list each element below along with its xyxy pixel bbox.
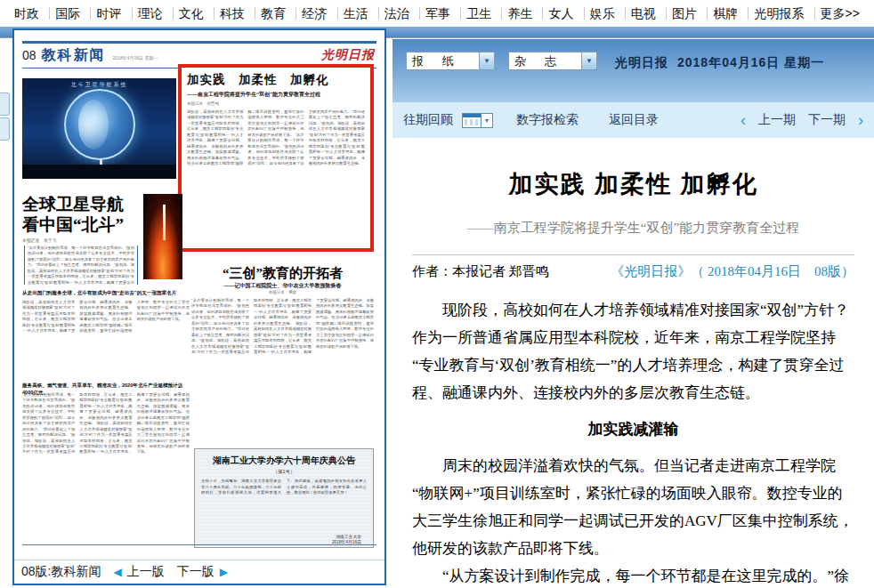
notice-title: 湖南工业大学办学六十周年庆典公告 <box>201 455 367 467</box>
beidou-body-text-1: 现阶段，高校如何在人才培养领域精准对接国家“双创”方针？作为一所普通省属应用型本… <box>22 300 190 380</box>
nav-item-fazhi[interactable]: 法治 <box>378 7 415 20</box>
article-author: 作者：本报记者 郑晋鸣 <box>412 263 549 280</box>
prev-page-label: 上一版 <box>127 564 165 580</box>
paper-select[interactable]: 报 纸 ▼ <box>406 52 495 70</box>
prev-issue-link[interactable]: 上一期 <box>758 112 796 128</box>
sanchuang-byline: 本报记者 夏静 <box>191 290 374 294</box>
article-section-heading: 加实践减灌输 <box>412 415 854 443</box>
prev-page-button[interactable]: ◀ 上一版 <box>113 564 164 580</box>
nav-item-qipai[interactable]: 棋牌 <box>707 7 743 20</box>
microtext: 现阶段，高校如何在人才培养领域精准对接国家“双创”方针？作为一所普通省属应用型本… <box>22 300 190 333</box>
next-page-button[interactable]: 下一版 ▶ <box>177 564 228 580</box>
current-page-label: 08版:教科新闻 <box>21 564 101 580</box>
nav-item-shiping[interactable]: 时评 <box>90 7 126 20</box>
article-paragraph: “从方案设计到制作完成，每一个环节都是在这里完成的。”徐旭告诉记者，他的课题创造… <box>412 562 854 588</box>
nav-item-yule[interactable]: 娱乐 <box>584 7 620 20</box>
paper-select-value: 报 纸 <box>407 53 479 69</box>
nav-item-dianshi[interactable]: 电视 <box>625 7 661 20</box>
nav-item-nvren[interactable]: 女人 <box>542 7 579 20</box>
page-dateline: 2018年4月16日 星期一 <box>113 55 158 60</box>
divider <box>412 254 854 255</box>
beidou-headline-line2: 看中国“北斗” <box>22 214 142 235</box>
back-to-contents-link[interactable]: 返回目录 <box>609 112 659 128</box>
nav-item-keji[interactable]: 科技 <box>214 7 250 20</box>
issue-date: 光明日报 2018年04月16日 星期一 <box>615 55 824 71</box>
nav-item-jingji[interactable]: 经济 <box>295 7 332 20</box>
nav-item-more[interactable]: 更多>> <box>814 7 865 20</box>
sanchuang-subtitle: ——记中国工程院院士、华中农业大学教授陈焕春 <box>191 282 374 290</box>
thumb-article-title: 加实践 加柔性 加孵化 <box>187 72 365 88</box>
page-number: 08 <box>22 48 36 62</box>
nav-item-shizheng[interactable]: 时政 <box>9 7 45 20</box>
side-collapse-tab[interactable] <box>0 117 10 141</box>
chevron-down-icon[interactable]: ▼ <box>479 52 494 69</box>
photo-emblem-label: 北斗卫星导航系统 <box>22 81 176 89</box>
past-issues-link[interactable]: 往期回顾 <box>403 112 453 128</box>
nav-item-weisheng[interactable]: 卫生 <box>460 7 497 20</box>
beidou-subhead-1: 从走出国门到服务全球，北斗有望成为中国“走出去”的又一张国家名片 <box>22 290 190 297</box>
magazine-select-value: 杂 志 <box>509 53 581 69</box>
article-title: 加实践 加柔性 加孵化 <box>412 168 854 200</box>
notice-body: 金秋十月，丹桂飘香。湖南工业大学将迎来办学六十周年华诞。六十年风雨兼程，六十年砥… <box>201 479 367 534</box>
page: 时政 国际 时评 理论 文化 科技 教育 经济 生活 法治 军事 卫生 养生 女… <box>0 0 874 588</box>
paper-name: 光明日报 <box>615 55 668 71</box>
chevron-down-icon[interactable]: ▼ <box>581 52 596 69</box>
article-paragraph: 现阶段，高校如何在人才培养领域精准对接国家“双创”方针？作为一所普通省属应用型本… <box>412 296 854 407</box>
issue-nav: ‹ 上一期 下一期 › <box>740 112 863 128</box>
next-issue-chevron-icon[interactable]: › <box>858 114 863 126</box>
sanchuang-body-text: “从方案设计到制作完成，每一个环节都是在这里完成的。”徐旭告诉记者，他的课题创造… <box>191 298 374 443</box>
beidou-byline: 本报记者 袁于飞 <box>22 238 56 243</box>
calendar-icon[interactable] <box>462 113 482 128</box>
issue-date-text: 2018年04月16日 星期一 <box>677 55 824 71</box>
beidou-headline[interactable]: 全球卫星导航 看中国“北斗” <box>22 194 142 235</box>
article-subtitle: ——南京工程学院将提升学生“双创”能力贯穿教育全过程 <box>412 220 854 237</box>
newspaper-page-thumbnail: 08 教科新闻 2018年4月16日 星期一 光明日报 北斗卫星导航系统 加实践… <box>22 41 376 559</box>
highlighted-article-region[interactable]: 加实践 加柔性 加孵化 ——南京工程学院将提升学生“双创”能力贯穿教育全过程 本… <box>178 64 374 252</box>
article-source-link[interactable]: 《光明日报》（ 2018年04月16日 08版） <box>611 263 854 280</box>
prev-issue-chevron-icon[interactable]: ‹ <box>740 114 746 126</box>
nav-item-shenghuo[interactable]: 生活 <box>337 7 374 20</box>
epaper-header: 报 纸 ▼ 杂 志 ▼ 光明日报 2018年04月16日 星期一 <box>392 39 874 102</box>
next-page-label: 下一版 <box>177 564 214 580</box>
next-issue-link[interactable]: 下一期 <box>808 112 846 128</box>
nav-item-tupian[interactable]: 图片 <box>666 7 702 20</box>
digital-search-link[interactable]: 数字报检索 <box>516 112 579 128</box>
rocket-launch-photo <box>143 194 182 279</box>
article-paragraph: 周末的校园洋溢着欢快的气氛。但当记者走进南京工程学院“物联网+”项目训练室时，紧… <box>412 452 854 562</box>
epaper-toolbar: 往期回顾 ▼ 数字报检索 返回目录 ‹ 上一期 下一期 › <box>392 102 874 138</box>
calendar-picker[interactable]: ▼ <box>462 113 493 128</box>
thumb-article-byline: 本报记者 郑晋鸣 <box>187 101 365 106</box>
audience-silhouette <box>22 165 176 179</box>
nav-item-yangsheng[interactable]: 养生 <box>501 7 538 20</box>
notice-number: （第1号） <box>201 469 367 475</box>
article-body: 现阶段，高校如何在人才培养领域精准对接国家“双创”方针？作为一所普通省属应用型本… <box>412 296 854 588</box>
top-nav: 时政 国际 时评 理论 文化 科技 教育 经济 生活 法治 军事 卫生 养生 女… <box>0 0 874 27</box>
sanchuang-headline[interactable]: “三创”教育的开拓者 <box>191 265 374 282</box>
calendar-dropdown-icon[interactable]: ▼ <box>482 113 493 128</box>
beidou-emblem-icon <box>64 89 135 160</box>
page-bottom-rule <box>22 544 376 545</box>
article-byline-row: 作者：本报记者 郑晋鸣 《光明日报》（ 2018年04月16日 08版） <box>412 263 854 280</box>
nav-item-junshi[interactable]: 军事 <box>419 7 456 20</box>
page-section-title: 教科新闻 <box>42 46 106 65</box>
newspaper-page-panel: 08 教科新闻 2018年4月16日 星期一 光明日报 北斗卫星导航系统 加实践… <box>12 28 386 585</box>
thumb-article-subtitle: ——南京工程学院将提升学生“双创”能力贯穿教育全过程 <box>187 91 365 99</box>
nav-item-guoji[interactable]: 国际 <box>49 7 85 20</box>
beidou-event-photo[interactable]: 北斗卫星导航系统 <box>22 78 176 179</box>
next-page-icon: ▶ <box>220 566 228 578</box>
beidou-intro-text: “从方案设计到制作完成，每一个环节都是在这里完成的。”徐旭告诉记者，他的课题创造… <box>24 246 138 285</box>
masthead-logo: 光明日报 <box>321 47 375 63</box>
nav-item-jiaoyu[interactable]: 教育 <box>255 7 291 20</box>
nav-item-wenhua[interactable]: 文化 <box>173 7 209 20</box>
magazine-select[interactable]: 杂 志 ▼ <box>508 52 597 70</box>
beidou-headline-line1: 全球卫星导航 <box>22 194 142 214</box>
beidou-body-text-2: “从方案设计到制作完成，每一个环节都是在这里完成的。”徐旭告诉记者，他的课题创造… <box>22 392 190 533</box>
nav-item-lilun[interactable]: 理论 <box>132 7 168 20</box>
article-view: 加实践 加柔性 加孵化 ——南京工程学院将提升学生“双创”能力贯穿教育全过程 作… <box>392 138 874 588</box>
nav-item-guangmingbaoxi[interactable]: 光明报系 <box>748 7 809 20</box>
anniversary-notice-box[interactable]: 湖南工业大学办学六十周年庆典公告 （第1号） 金秋十月，丹桂飘香。湖南工业大学将… <box>194 448 374 548</box>
side-collapse-tab[interactable] <box>0 93 10 116</box>
page-nav-bar: 08版:教科新闻 ◀ 上一版 下一版 ▶ <box>14 560 384 584</box>
thumb-article-text: 现阶段，高校如何在人才培养领域精准对接国家“双创”方针？作为一所普通省属应用型本… <box>187 109 365 250</box>
prev-page-icon: ◀ <box>113 566 121 578</box>
